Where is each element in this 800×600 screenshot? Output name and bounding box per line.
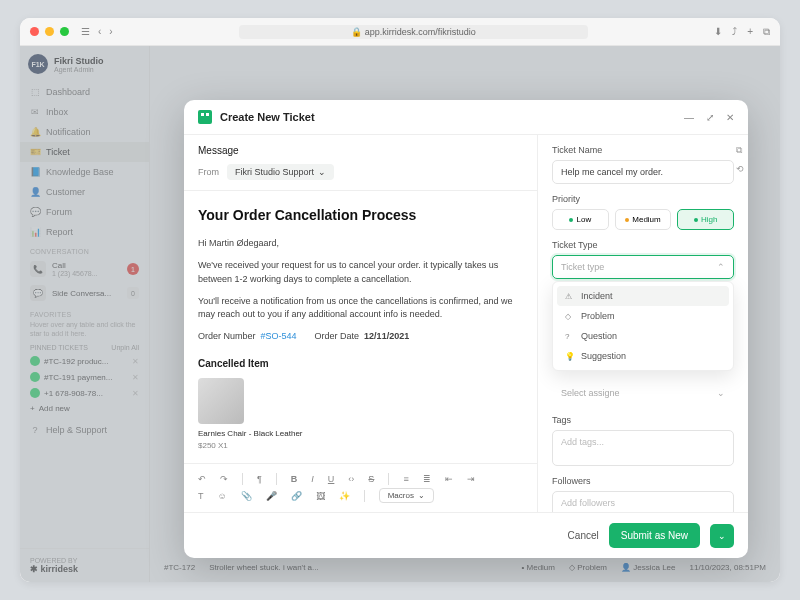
priority-label: Priority	[552, 194, 734, 204]
undo-icon[interactable]: ↶	[198, 474, 206, 484]
chevron-down-icon: ⌄	[418, 491, 425, 500]
priority-medium-button[interactable]: Medium	[615, 209, 672, 230]
body-paragraph: You'll receive a notification from us on…	[198, 295, 523, 323]
share-icon[interactable]: ⤴	[732, 26, 737, 38]
message-section-label: Message	[198, 145, 523, 156]
macros-dropdown[interactable]: Macros ⌄	[379, 488, 434, 503]
italic-icon[interactable]: I	[311, 474, 314, 484]
product-thumbnail	[198, 378, 244, 424]
priority-high-button[interactable]: High	[677, 209, 734, 230]
ticket-type-dropdown: ⚠Incident◇Problem?Question💡Suggestion	[552, 281, 734, 371]
chevron-down-icon: ⌄	[318, 167, 326, 177]
code-icon[interactable]: ‹›	[348, 474, 354, 484]
suggestion-icon: 💡	[565, 352, 575, 361]
assignee-select[interactable]: Select assigne ⌄	[552, 381, 734, 405]
outdent-icon[interactable]: ⇤	[445, 474, 453, 484]
browser-titlebar: ☰ ‹ › 🔒 app.kirridesk.com/fikristudio ⬇ …	[20, 18, 780, 46]
sidebar-toggle-icon[interactable]: ☰	[81, 26, 90, 37]
message-heading: Your Order Cancellation Process	[198, 205, 523, 227]
type-option-problem[interactable]: ◇Problem	[557, 306, 729, 326]
create-ticket-modal: Create New Ticket — ⤢ ✕ Message From Fik…	[184, 100, 748, 558]
product-price: $250 X1	[198, 440, 523, 452]
from-label: From	[198, 167, 219, 177]
minimize-window-icon[interactable]	[45, 27, 54, 36]
type-option-question[interactable]: ?Question	[557, 326, 729, 346]
priority-low-button[interactable]: Low	[552, 209, 609, 230]
download-icon[interactable]: ⬇	[714, 26, 722, 38]
forward-icon[interactable]: ›	[109, 26, 112, 37]
modal-title: Create New Ticket	[220, 111, 676, 123]
close-icon[interactable]: ✕	[726, 112, 734, 123]
tags-input[interactable]: Add tags...	[552, 430, 734, 466]
text-icon[interactable]: T	[198, 491, 204, 501]
submit-dropdown-button[interactable]: ⌄	[710, 524, 734, 548]
refresh-icon[interactable]: ⟲	[736, 164, 744, 174]
followers-label: Followers	[552, 476, 734, 486]
ticket-type-label: Ticket Type	[552, 240, 734, 250]
paragraph-icon[interactable]: ¶	[257, 474, 262, 484]
maximize-window-icon[interactable]	[60, 27, 69, 36]
submit-button[interactable]: Submit as New	[609, 523, 700, 548]
back-icon[interactable]: ‹	[98, 26, 101, 37]
app-logo-icon	[198, 110, 212, 124]
copy-icon[interactable]: ⧉	[736, 145, 744, 156]
tags-label: Tags	[552, 415, 734, 425]
ticket-name-input[interactable]	[552, 160, 734, 184]
cancel-button[interactable]: Cancel	[568, 530, 599, 541]
minimize-icon[interactable]: —	[684, 112, 694, 123]
question-icon: ?	[565, 332, 575, 341]
type-option-incident[interactable]: ⚠Incident	[557, 286, 729, 306]
indent-icon[interactable]: ⇥	[467, 474, 475, 484]
followers-input[interactable]: Add followers	[552, 491, 734, 512]
ticket-name-label: Ticket Name	[552, 145, 734, 155]
body-paragraph: We've received your request for us to ca…	[198, 259, 523, 287]
chevron-up-icon: ⌃	[717, 262, 725, 272]
product-name: Earnies Chair - Black Leather	[198, 428, 523, 440]
list-ul-icon[interactable]: ≡	[403, 474, 408, 484]
redo-icon[interactable]: ↷	[220, 474, 228, 484]
from-chip[interactable]: Fikri Studio Support ⌄	[227, 164, 334, 180]
attachment-icon[interactable]: 📎	[241, 491, 252, 501]
strikethrough-icon[interactable]: S	[368, 474, 374, 484]
message-editor[interactable]: Your Order Cancellation Process Hi Marti…	[184, 191, 537, 463]
cancelled-item-label: Cancelled Item	[198, 356, 523, 372]
image-icon[interactable]: 🖼	[316, 491, 325, 501]
underline-icon[interactable]: U	[328, 474, 335, 484]
order-number: Order Number #SO-544	[198, 330, 297, 344]
new-tab-icon[interactable]: +	[747, 26, 753, 38]
bold-icon[interactable]: B	[291, 474, 298, 484]
greeting-text: Hi Martin Ødegaard,	[198, 237, 523, 251]
editor-toolbar: ↶ ↷ ¶ B I U ‹› S ≡ ≣	[184, 463, 537, 512]
type-option-suggestion[interactable]: 💡Suggestion	[557, 346, 729, 366]
link-icon[interactable]: 🔗	[291, 491, 302, 501]
incident-icon: ⚠	[565, 292, 575, 301]
ticket-type-select[interactable]: Ticket type ⌃	[552, 255, 734, 279]
ai-icon[interactable]: ✨	[339, 491, 350, 501]
emoji-icon[interactable]: ☺	[218, 491, 227, 501]
close-window-icon[interactable]	[30, 27, 39, 36]
expand-icon[interactable]: ⤢	[706, 112, 714, 123]
list-ol-icon[interactable]: ≣	[423, 474, 431, 484]
order-date: Order Date 12/11/2021	[315, 330, 410, 344]
mic-icon[interactable]: 🎤	[266, 491, 277, 501]
chevron-down-icon: ⌄	[717, 388, 725, 398]
problem-icon: ◇	[565, 312, 575, 321]
tabs-icon[interactable]: ⧉	[763, 26, 770, 38]
url-bar[interactable]: 🔒 app.kirridesk.com/fikristudio	[239, 25, 588, 39]
